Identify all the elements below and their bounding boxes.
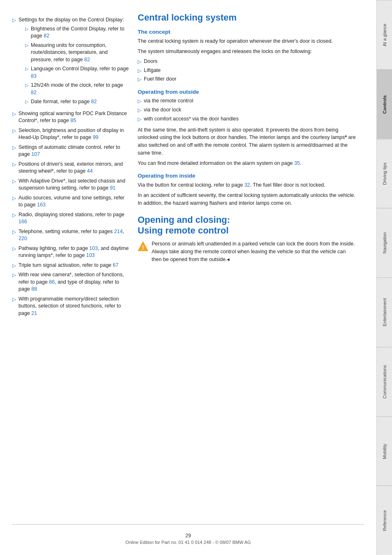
item-text: With rear view camera*, selection of fun…	[18, 271, 129, 293]
arrow-icon: ▷	[25, 82, 28, 88]
page-link[interactable]: 214	[114, 229, 123, 234]
page-link[interactable]: 107	[31, 151, 40, 157]
item-text: via the door lock	[144, 106, 181, 114]
arrow-icon: ▷	[138, 116, 141, 123]
tab-controls[interactable]: Controls	[377, 69, 392, 139]
page-link[interactable]: 21	[31, 310, 37, 316]
warning-text: Persons or animals left unattended in a …	[152, 240, 356, 263]
sub-list-item: ▷ Language on Control Display, refer to …	[25, 65, 129, 80]
sub-list-item: ▷ 12h/24h mode of the clock, refer to pa…	[25, 82, 129, 96]
footer-text: Online Edition for Part no. 01 41 0 014 …	[0, 540, 376, 545]
page-link[interactable]: 35	[294, 160, 300, 166]
list-item: ▷ Audio sources, volume and tone setting…	[12, 194, 129, 209]
item-text: Settings for the display on the Control …	[18, 17, 124, 23]
subsection-concept-title: The concept	[138, 29, 356, 35]
item-text: With programmable memory/direct selectio…	[18, 296, 129, 317]
warning-box: ! Persons or animals left unattended in …	[138, 240, 356, 263]
arrow-icon: ▷	[138, 67, 141, 74]
second-section-title: Opening and closing:Using remote control	[138, 215, 356, 236]
arrow-icon: ▷	[25, 42, 28, 49]
arrow-icon: ▷	[25, 66, 28, 72]
outside-para-2: You can find more detailed information o…	[138, 160, 356, 167]
tab-reference[interactable]: Reference	[377, 486, 392, 555]
tab-at-a-glance[interactable]: At a glance	[377, 0, 392, 69]
sub-item-text: Measuring units for consumption, route/d…	[31, 42, 129, 64]
arrow-icon: ▷	[12, 17, 16, 24]
item-text: With Adaptive Drive*, last selected chas…	[18, 178, 129, 192]
sub-item-text: Language on Control Display, refer to pa…	[31, 65, 129, 80]
page-link[interactable]: 83	[31, 73, 37, 79]
page-link[interactable]: 88	[31, 286, 37, 292]
item-text: Liftgate	[144, 67, 161, 74]
arrow-icon: ▷	[138, 58, 141, 65]
page-link[interactable]: 163	[37, 202, 46, 208]
page-link[interactable]: 44	[87, 168, 93, 174]
page-link[interactable]: 67	[113, 262, 119, 268]
arrow-icon: ▷	[12, 262, 16, 269]
list-item: ▷ Settings for the display on the Contro…	[12, 16, 129, 108]
sidebar-tabs: At a glance Controls Driving tips Naviga…	[376, 0, 392, 555]
item-text: Telephone, setting volume, refer to page…	[18, 228, 129, 243]
item-text: Selection, brightness and position of di…	[18, 127, 129, 141]
sub-list-item: ▷ Measuring units for consumption, route…	[25, 42, 129, 64]
tab-navigation[interactable]: Navigation	[377, 208, 392, 278]
warning-icon: !	[138, 241, 148, 252]
tab-entertainment[interactable]: Entertainment	[377, 278, 392, 347]
inside-para-2: In an accident of sufficient severity, t…	[138, 192, 356, 207]
list-item: ▷ With Adaptive Drive*, last selected ch…	[12, 178, 129, 192]
list-item: ▷ Settings of automatic climate control,…	[12, 144, 129, 158]
main-content: ▷ Settings for the display on the Contro…	[0, 0, 376, 555]
arrow-icon: ▷	[138, 98, 141, 105]
arrow-icon: ▷	[12, 144, 16, 151]
arrow-icon: ▷	[12, 178, 16, 185]
footer: 29 Online Edition for Part no. 01 41 0 0…	[0, 524, 376, 545]
page-link[interactable]: 86	[49, 279, 55, 285]
tab-communications[interactable]: Communications	[377, 347, 392, 416]
tab-mobility[interactable]: Mobility	[377, 416, 392, 486]
right-column: Central locking system The concept The c…	[138, 12, 356, 543]
item-text: Audio sources, volume and tone settings,…	[18, 194, 129, 209]
list-item: ▷ with comfort access* via the door hand…	[138, 116, 356, 123]
sub-list: ▷ Brightness of the Control Display, ref…	[18, 25, 129, 106]
list-item: ▷ Telephone, setting volume, refer to pa…	[12, 228, 129, 243]
item-text: Settings of automatic climate control, r…	[18, 144, 129, 158]
left-column: ▷ Settings for the display on the Contro…	[12, 12, 129, 543]
subsection-outside-title: Operating from outside	[138, 89, 356, 95]
concept-para-2: The system simultaneously engages and re…	[138, 48, 356, 56]
list-item: ▷ With rear view camera*, selection of f…	[12, 271, 129, 293]
page-link[interactable]: 91	[110, 185, 115, 191]
list-item: ▷ Selection, brightness and position of …	[12, 127, 129, 141]
tab-driving-tips[interactable]: Driving tips	[377, 139, 392, 208]
arrow-icon: ▷	[12, 245, 16, 252]
item-text: via the remote control	[144, 97, 193, 105]
page-link[interactable]: 82	[84, 57, 90, 62]
list-item: ▷ Pathway lighting, refer to page 103, a…	[12, 245, 129, 259]
sub-item-text: Date format, refer to page 82	[31, 98, 97, 106]
arrow-icon: ▷	[25, 26, 28, 32]
arrow-icon: ▷	[12, 127, 16, 134]
arrow-icon: ▷	[12, 195, 16, 202]
item-text: Radio, displaying stored stations, refer…	[18, 211, 129, 226]
page-link[interactable]: 220	[18, 236, 27, 241]
page-link[interactable]: 99	[93, 134, 99, 140]
arrow-icon: ▷	[12, 212, 16, 219]
page-link[interactable]: 82	[91, 99, 97, 104]
svg-text:!: !	[142, 244, 144, 251]
list-item: ▷ via the remote control	[138, 97, 356, 105]
page-link[interactable]: 85	[70, 118, 76, 123]
outside-para-1: At the same time, the anti-theft system …	[138, 126, 356, 157]
page-link[interactable]: 103	[89, 245, 98, 251]
page-link[interactable]: 166	[18, 219, 27, 224]
page-container: ▷ Settings for the display on the Contro…	[0, 0, 392, 555]
arrow-icon: ▷	[25, 99, 28, 105]
sub-list-item: ▷ Brightness of the Control Display, ref…	[25, 25, 129, 40]
page-link[interactable]: 103	[86, 252, 95, 258]
page-link[interactable]: 32	[244, 182, 250, 188]
sub-item-text: Brightness of the Control Display, refer…	[31, 25, 129, 40]
arrow-icon: ▷	[12, 229, 16, 236]
page-link[interactable]: 82	[44, 33, 49, 39]
page-link[interactable]: 82	[31, 90, 37, 95]
main-section-title: Central locking system	[138, 12, 356, 23]
list-item: ▷ With programmable memory/direct select…	[12, 296, 129, 317]
arrow-icon: ▷	[138, 76, 141, 83]
